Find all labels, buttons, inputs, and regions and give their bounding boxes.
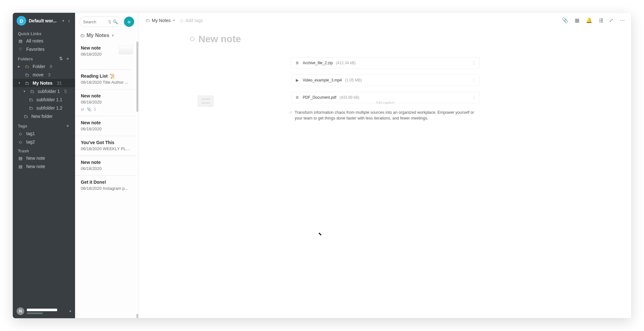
video-icon: ▶ — [295, 78, 300, 82]
workspace-name[interactable]: Default wor... — [29, 18, 60, 23]
folder-icon: 🗀 — [24, 81, 29, 86]
paragraph[interactable]: Transform information chaos from multipl… — [291, 110, 479, 121]
editor-body[interactable]: New note 🗎 Archive_file_2.zip (412.34 kB… — [139, 28, 631, 318]
paperclip-icon: 📎 — [87, 107, 91, 112]
collapse-icon[interactable]: ▼ — [18, 81, 21, 85]
file-icon: 🗎 — [295, 61, 300, 65]
heart-icon: ♡ — [18, 47, 23, 52]
floating-toolbar[interactable]: ▭▭▭▭▭▭ — [198, 96, 213, 106]
workspace-chevron-icon[interactable]: ▾ — [62, 19, 64, 23]
folder-icon: 🗀 — [23, 114, 28, 119]
note-title[interactable]: New note — [198, 34, 241, 44]
paperclip-icon[interactable]: 📎 — [562, 17, 568, 23]
user-chevron-icon[interactable]: ▾ — [69, 309, 71, 313]
notelist-crumb[interactable]: 🗀 My Notes ▼ — [75, 31, 139, 42]
sidebar-collapse-icon[interactable]: ‹ — [67, 18, 71, 24]
expand-icon[interactable]: ⤢ — [609, 17, 613, 23]
note-card[interactable]: New note 06/18/2020 — [75, 156, 137, 176]
folder-item-folder[interactable]: ▶ 🗀 Folder 9 — [13, 62, 75, 71]
note-icon: ▤ — [18, 156, 23, 161]
section-folders: Folders ⇅ ＋ — [13, 53, 75, 62]
trash-item-2[interactable]: ▤ New note — [13, 162, 75, 171]
title-status-icon[interactable] — [190, 37, 195, 41]
folder-item-my-notes[interactable]: ▼ 🗀 My Notes 31 — [13, 79, 75, 87]
grid-icon[interactable]: ▦ — [575, 17, 579, 23]
attachment-row[interactable]: 🗎 PDF_Document.pdf (433.99 kB) ⋮ — [291, 92, 479, 103]
notelist-panel: ⇅ 🔍 ＋ 🗀 My Notes ▼ New note 06/18/2020 R… — [75, 13, 139, 318]
notelist-scrollbar-bottom[interactable] — [136, 314, 138, 318]
section-quick-links: Quick Links — [13, 29, 75, 37]
editor-panel: 🗀 My Notes ▼ ◇ Add tags 📎 ▦ 🔔 ⇶ ⤢ ⋯ New … — [139, 13, 631, 318]
editor-crumb[interactable]: 🗀 My Notes ▼ — [145, 18, 175, 23]
folder-icon: 🗀 — [28, 106, 33, 111]
share-icon[interactable]: ⇶ — [599, 17, 603, 23]
tag-icon: ◇ — [180, 18, 183, 23]
folder-icon: 🗀 — [29, 89, 34, 94]
trash-item-1[interactable]: ▤ New note — [13, 154, 75, 162]
editor-toolbar: 🗀 My Notes ▼ ◇ Add tags 📎 ▦ 🔔 ⇶ ⤢ ⋯ — [139, 13, 631, 28]
workspace-avatar[interactable]: D — [17, 16, 26, 26]
folder-item-move[interactable]: 🗀 move 3 — [13, 71, 75, 79]
note-icon: ▤ — [18, 164, 23, 169]
attachment-menu-icon[interactable]: ⋮ — [472, 95, 476, 100]
note-icon: ▤ — [18, 39, 23, 43]
attachment-row[interactable]: 🗎 Archive_file_2.zip (412.34 kB) ⋮ — [291, 57, 479, 69]
note-thumb — [119, 45, 133, 54]
user-redacted — [27, 309, 67, 314]
add-tags[interactable]: ◇ Add tags — [180, 18, 203, 23]
tag-item-2[interactable]: ◇ tag2 — [13, 138, 75, 146]
bell-icon[interactable]: 🔔 — [586, 17, 592, 23]
folder-item-newfolder[interactable]: 🗀 New folder — [13, 112, 75, 120]
folder-icon: 🗀 — [80, 33, 85, 38]
folder-icon: 🗀 — [28, 97, 33, 102]
search-icon[interactable]: 🔍 — [113, 19, 118, 24]
folder-icon: 🗀 — [24, 73, 29, 77]
note-card[interactable]: New note 06/18/2020 — [75, 42, 137, 69]
collapse-icon[interactable]: ▼ — [23, 90, 26, 93]
folders-add-icon[interactable]: ＋ — [65, 56, 70, 62]
sidebar-footer[interactable]: N ▾ — [13, 304, 75, 318]
share-icon: ⇄ — [81, 107, 84, 112]
attachment-menu-icon[interactable]: ⋮ — [472, 78, 476, 82]
folder-icon: 🗀 — [24, 64, 29, 69]
file-icon: 🗎 — [295, 95, 300, 100]
folder-item-subfolder12[interactable]: 🗀 subfolder 1.2 — [13, 104, 75, 112]
user-avatar: N — [17, 307, 24, 315]
expand-icon[interactable]: ▶ — [18, 65, 21, 68]
section-tags: Tags ＋ — [13, 120, 75, 129]
folders-sort-icon[interactable]: ⇅ — [59, 56, 63, 62]
search-input[interactable]: ⇅ 🔍 — [80, 17, 121, 27]
sidebar: D Default wor... ▾ ‹ Quick Links ▤ All n… — [13, 13, 75, 318]
attachment-row[interactable]: ▶ Video_example_3.mp4 (1.05 MB) ⋮ — [291, 74, 479, 86]
emoji-icon: 📜 — [110, 73, 115, 79]
chevron-down-icon[interactable]: ▼ — [111, 34, 114, 37]
tag-icon: ◇ — [18, 140, 23, 144]
app-window: D Default wor... ▾ ‹ Quick Links ▤ All n… — [13, 13, 631, 318]
notelist-scrollbar[interactable] — [136, 42, 138, 112]
more-icon[interactable]: ⋯ — [620, 17, 625, 23]
folder-item-subfolder11[interactable]: 🗀 subfolder 1.1 — [13, 96, 75, 104]
note-card[interactable]: You've Got This 06/18/2020 WEEKLY PLA... — [75, 136, 137, 156]
sidebar-all-notes[interactable]: ▤ All notes — [13, 37, 75, 45]
tag-item-1[interactable]: ◇ tag1 — [13, 129, 75, 138]
folder-item-subfolder1[interactable]: ▼ 🗀 subfolder 1 5 — [13, 87, 75, 96]
section-trash: Trash — [13, 146, 75, 154]
new-note-button[interactable]: ＋ — [124, 17, 134, 27]
sidebar-favorites[interactable]: ♡ Favorites — [13, 45, 75, 53]
chevron-down-icon[interactable]: ▼ — [172, 19, 175, 22]
tags-add-icon[interactable]: ＋ — [65, 123, 70, 129]
filter-icon[interactable]: ⇅ — [108, 19, 111, 24]
attachment-menu-icon[interactable]: ⋮ — [472, 61, 476, 65]
tag-icon: ◇ — [18, 131, 23, 136]
note-card[interactable]: New note 06/18/2020 ⇄ 📎 1 — [75, 89, 137, 116]
note-card[interactable]: New note 06/18/2020 — [75, 116, 137, 136]
note-card[interactable]: Get it Done! 06/18/2020 Instagram p... — [75, 176, 137, 195]
note-card[interactable]: Reading List 📜 06/18/2020 Title Author .… — [75, 70, 137, 89]
folder-icon: 🗀 — [145, 18, 150, 23]
